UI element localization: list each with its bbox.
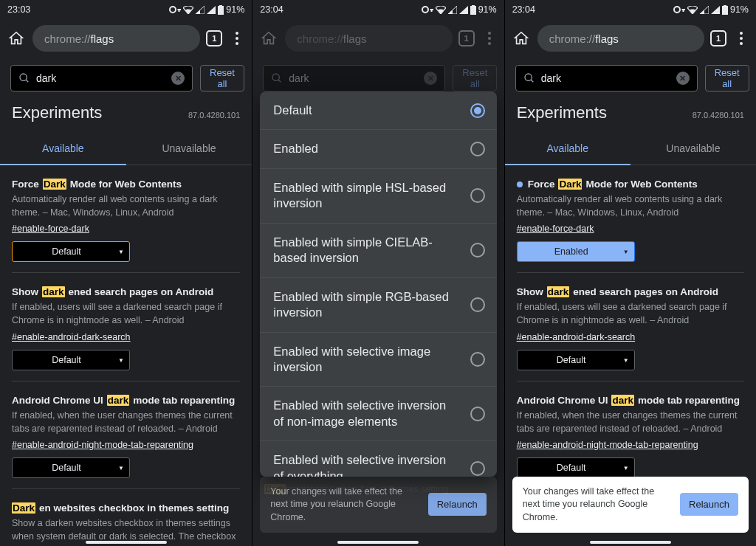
option-hsl[interactable]: Enabled with simple HSL-based inversion	[260, 169, 496, 224]
page-title: Experiments	[12, 103, 102, 122]
clock: 23:04	[260, 4, 283, 15]
tab-unavailable[interactable]: Unavailable	[126, 133, 252, 165]
radio-icon	[470, 407, 485, 421]
screenshot-left: 23:03 91% chrome://flags 1 ✕ Reset all E…	[0, 0, 252, 546]
reset-button[interactable]: Reset all	[705, 65, 749, 91]
battery-pct: 91%	[478, 4, 497, 15]
wifi-icon	[687, 6, 698, 14]
tab-switcher[interactable]: 1	[710, 30, 726, 46]
changed-dot-icon	[517, 182, 523, 187]
relaunch-snackbar: Your changes will take effect the next t…	[260, 477, 496, 533]
options-dialog: Default Enabled Enabled with simple HSL-…	[260, 91, 496, 477]
flag-darken-checkbox: Darken websites checkbox in themes setti…	[12, 489, 240, 546]
nav-pill[interactable]	[590, 541, 671, 544]
search-input[interactable]	[541, 72, 670, 84]
search-icon	[18, 72, 30, 84]
radio-icon	[470, 142, 485, 156]
radio-icon	[470, 103, 485, 118]
url-bar: chrome://flags 1	[0, 19, 252, 58]
nav-pill[interactable]	[337, 541, 419, 544]
menu-icon[interactable]	[732, 32, 750, 45]
option-enabled[interactable]: Enabled	[260, 130, 496, 168]
battery-icon	[470, 5, 476, 15]
home-icon[interactable]	[511, 28, 532, 49]
flag-select[interactable]: Default	[12, 241, 130, 262]
battery-icon	[218, 5, 224, 15]
clear-icon[interactable]: ✕	[676, 72, 690, 85]
home-icon[interactable]	[258, 28, 279, 49]
radio-icon	[470, 188, 485, 203]
address-bar[interactable]: chrome://flags	[537, 25, 704, 52]
search-box[interactable]: ✕	[10, 65, 193, 91]
tab-available[interactable]: Available	[505, 133, 630, 165]
flag-link[interactable]: #enable-force-dark	[517, 224, 594, 234]
flag-select[interactable]: Default	[517, 350, 635, 370]
vpn-icon	[422, 6, 433, 13]
menu-icon[interactable]	[481, 32, 498, 45]
page-title: Experiments	[517, 103, 607, 122]
address-bar[interactable]: chrome://flags	[32, 25, 200, 52]
search-input[interactable]	[36, 72, 165, 84]
home-icon[interactable]	[6, 28, 27, 49]
nav-pill[interactable]	[86, 541, 167, 544]
flag-link[interactable]: #enable-android-night-mode-tab-reparenti…	[517, 440, 698, 450]
status-bar: 23:04 91%	[505, 0, 756, 19]
relaunch-button[interactable]: Relaunch	[428, 493, 487, 516]
status-icons: 91%	[673, 4, 749, 15]
screenshot-right: 23:04 91% chrome://flags1 ✕Reset all Exp…	[504, 0, 756, 546]
svg-point-1	[272, 74, 279, 80]
flag-select[interactable]: Default	[12, 457, 130, 478]
flag-link[interactable]: #enable-android-night-mode-tab-reparenti…	[12, 440, 193, 450]
tab-switcher[interactable]: 1	[206, 30, 222, 46]
signal-1-icon	[700, 6, 709, 14]
svg-point-0	[20, 74, 27, 80]
option-sel-image[interactable]: Enabled with selective image inversion	[260, 333, 496, 387]
flag-force-dark: Force Dark Mode for Web Contents Automat…	[12, 165, 240, 273]
relaunch-snackbar: Your changes will take effect the next t…	[512, 477, 749, 533]
search-icon	[523, 72, 535, 84]
tab-available[interactable]: Available	[0, 133, 126, 165]
reset-button[interactable]: Reset all	[200, 65, 244, 91]
address-bar[interactable]: chrome://flags	[285, 25, 452, 52]
search-box[interactable]: ✕	[515, 65, 698, 91]
flag-select[interactable]: Enabled	[517, 241, 635, 262]
signal-2-icon	[711, 6, 720, 14]
flag-dark-search: Show darkened search pages on Android If…	[517, 273, 744, 381]
clock: 23:03	[7, 4, 30, 15]
option-default[interactable]: Default	[260, 91, 496, 130]
signal-1-icon	[196, 6, 205, 14]
menu-icon[interactable]	[228, 32, 246, 45]
radio-icon	[470, 461, 485, 476]
version: 87.0.4280.101	[693, 111, 744, 120]
option-rgb[interactable]: Enabled with simple RGB-based inversion	[260, 278, 496, 333]
flag-link[interactable]: #enable-force-dark	[12, 224, 89, 234]
flag-select[interactable]: Default	[12, 350, 130, 370]
status-icons: 91%	[169, 4, 244, 15]
wifi-icon	[183, 6, 193, 14]
flag-list: Force Dark Mode for Web Contents Automat…	[505, 165, 756, 527]
tab-unavailable[interactable]: Unavailable	[630, 133, 756, 165]
option-sel-everything[interactable]: Enabled with selective inversion of ever…	[260, 441, 496, 477]
svg-point-2	[525, 74, 532, 80]
flag-dark-search: Show darkened search pages on Android If…	[12, 273, 240, 381]
tab-switcher[interactable]: 1	[458, 30, 475, 46]
flag-force-dark: Force Dark Mode for Web Contents Automat…	[517, 165, 744, 273]
battery-pct: 91%	[730, 4, 749, 15]
vpn-icon	[169, 6, 181, 13]
battery-pct: 91%	[226, 4, 244, 15]
flag-tabs: Available Unavailable	[0, 133, 252, 165]
relaunch-button[interactable]: Relaunch	[680, 493, 738, 516]
radio-icon	[470, 243, 485, 258]
option-cielab[interactable]: Enabled with simple CIELAB-based inversi…	[260, 224, 496, 278]
flag-link[interactable]: #enable-android-dark-search	[12, 332, 131, 342]
status-bar: 23:03 91%	[0, 0, 252, 19]
flag-tab-reparenting: Android Chrome UI dark mode tab reparent…	[517, 381, 744, 489]
clear-icon[interactable]: ✕	[171, 72, 185, 85]
clock: 23:04	[512, 4, 535, 15]
wifi-icon	[436, 6, 446, 14]
status-bar: 23:04 91%	[252, 0, 504, 19]
flag-select[interactable]: Default	[517, 457, 635, 478]
option-sel-nonimage[interactable]: Enabled with selective inversion of non-…	[260, 387, 496, 441]
flag-link[interactable]: #enable-android-dark-search	[517, 332, 636, 342]
signal-2-icon	[207, 6, 216, 14]
